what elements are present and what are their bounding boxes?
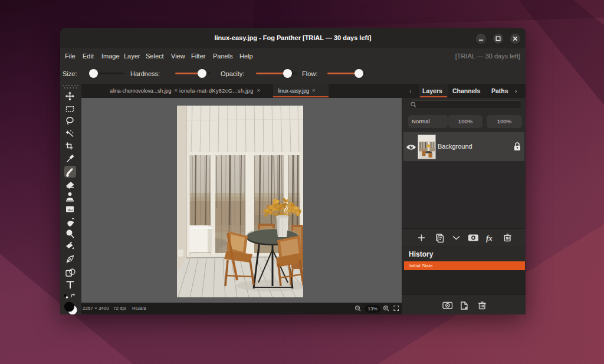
svg-text:fx: fx bbox=[486, 234, 493, 242]
